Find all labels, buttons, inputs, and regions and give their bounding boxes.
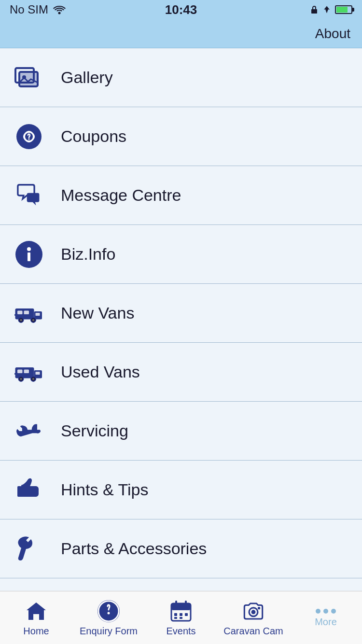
svg-point-8 <box>28 138 30 140</box>
enquiry-form-tab-icon <box>97 600 120 623</box>
status-left: No SIM <box>10 3 66 16</box>
used-vans-label: Used Vans <box>61 363 140 381</box>
caravan-cam-tab-icon <box>242 600 265 623</box>
svg-rect-38 <box>171 603 191 610</box>
svg-rect-41 <box>174 613 177 616</box>
gallery-label: Gallery <box>61 68 113 87</box>
home-tab-label: Home <box>23 626 49 637</box>
tab-bar: Home Enquiry Form <box>0 591 362 644</box>
menu-item-biz-info[interactable]: Biz.Info <box>0 225 362 284</box>
battery-icon <box>335 5 352 14</box>
svg-point-18 <box>20 319 22 321</box>
menu-item-hints-tips[interactable]: Hints & Tips <box>0 461 362 519</box>
menu-item-new-vans[interactable]: New Vans <box>0 284 362 343</box>
menu-item-used-vans[interactable]: Used Vans <box>0 343 362 402</box>
svg-rect-14 <box>17 310 23 314</box>
parts-accessories-label: Parts & Accessories <box>61 539 207 558</box>
used-vans-icon <box>14 358 53 387</box>
svg-rect-10 <box>28 252 30 261</box>
events-tab-label: Events <box>166 626 195 637</box>
caravan-cam-tab-label: Caravan Cam <box>223 626 283 637</box>
more-tab-icon <box>316 609 336 614</box>
lock-icon <box>310 4 319 15</box>
servicing-label: Servicing <box>61 421 128 440</box>
status-right <box>310 4 352 15</box>
menu-list: Gallery Coupons Message Centre <box>0 48 362 591</box>
gallery-icon <box>14 63 53 92</box>
servicing-icon <box>14 417 53 446</box>
svg-rect-24 <box>17 369 23 373</box>
tab-item-events[interactable]: Events <box>145 591 217 644</box>
status-time: 10:43 <box>165 2 197 17</box>
tab-item-home[interactable]: Home <box>0 591 72 644</box>
svg-rect-44 <box>174 617 177 619</box>
svg-rect-43 <box>185 613 188 616</box>
coupons-label: Coupons <box>61 127 126 146</box>
menu-item-servicing[interactable]: Servicing <box>0 402 362 461</box>
svg-rect-25 <box>24 369 29 373</box>
svg-rect-26 <box>36 371 40 374</box>
events-tab-icon <box>169 600 193 623</box>
nav-bar: About <box>0 19 362 48</box>
home-tab-icon <box>25 600 48 623</box>
svg-point-0 <box>58 12 61 14</box>
new-vans-label: New Vans <box>61 304 134 322</box>
tab-item-more[interactable]: More <box>290 591 362 644</box>
hints-tips-icon <box>14 476 53 504</box>
menu-item-gallery[interactable]: Gallery <box>0 48 362 107</box>
carrier-text: No SIM <box>10 3 48 16</box>
status-bar: No SIM 10:43 <box>0 0 362 19</box>
new-vans-icon <box>14 299 53 328</box>
tab-item-caravan-cam[interactable]: Caravan Cam <box>217 591 290 644</box>
wifi-icon <box>53 5 66 14</box>
svg-point-30 <box>32 378 35 380</box>
coupons-icon <box>14 122 53 151</box>
svg-point-20 <box>32 319 35 321</box>
message-centre-icon <box>14 181 53 210</box>
tab-item-enquiry-form[interactable]: Enquiry Form <box>72 591 145 644</box>
more-tab-label: More <box>315 616 337 628</box>
svg-point-28 <box>20 378 22 380</box>
svg-rect-42 <box>180 613 182 616</box>
svg-rect-45 <box>180 617 182 619</box>
menu-item-message-centre[interactable]: Message Centre <box>0 166 362 225</box>
enquiry-form-tab-label: Enquiry Form <box>80 626 138 637</box>
svg-point-11 <box>27 247 31 251</box>
svg-rect-16 <box>36 312 40 315</box>
location-icon <box>322 4 331 15</box>
svg-rect-1 <box>311 9 317 14</box>
parts-accessories-icon <box>14 534 53 563</box>
svg-rect-15 <box>24 310 29 314</box>
svg-point-47 <box>251 610 256 614</box>
svg-point-48 <box>258 607 260 609</box>
hints-tips-label: Hints & Tips <box>61 480 148 499</box>
svg-point-35 <box>108 612 110 615</box>
about-button[interactable]: About <box>315 26 350 42</box>
menu-item-parts-accessories[interactable]: Parts & Accessories <box>0 519 362 578</box>
message-centre-label: Message Centre <box>61 186 181 205</box>
menu-item-coupons[interactable]: Coupons <box>0 107 362 166</box>
biz-info-icon <box>14 240 53 269</box>
biz-info-label: Biz.Info <box>61 245 115 264</box>
svg-rect-32 <box>17 486 22 497</box>
